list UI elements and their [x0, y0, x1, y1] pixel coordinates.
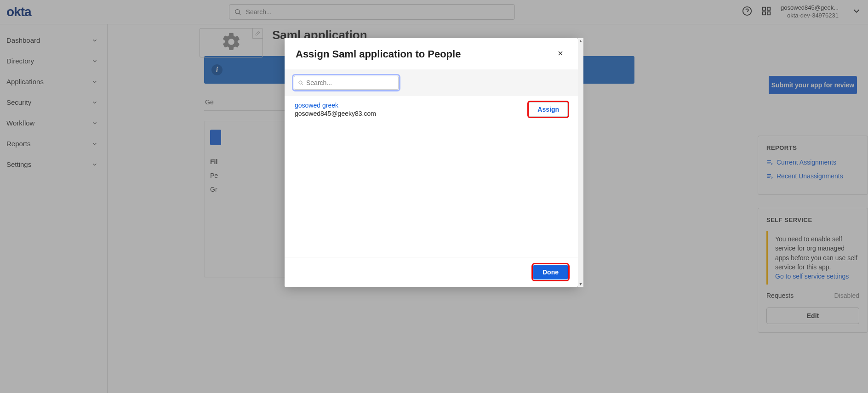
assign-button[interactable]: Assign	[529, 102, 568, 117]
assign-people-modal: Assign Saml application to People gosowe…	[285, 38, 578, 287]
search-icon	[298, 80, 303, 85]
modal-search[interactable]	[294, 76, 399, 90]
person-email: gosowed845@geeky83.com	[295, 110, 376, 117]
svg-point-16	[299, 81, 302, 84]
close-icon	[557, 50, 564, 57]
person-row: gosowed greek gosowed845@geeky83.com Ass…	[285, 96, 578, 123]
scroll-up-icon[interactable]: ▲	[578, 38, 583, 44]
close-button[interactable]	[557, 50, 564, 59]
modal-search-input[interactable]	[306, 79, 394, 86]
done-button[interactable]: Done	[533, 265, 568, 279]
modal-overlay: Assign Saml application to People gosowe…	[0, 0, 868, 393]
svg-line-17	[302, 84, 303, 85]
person-name-link[interactable]: gosowed greek	[295, 102, 376, 109]
modal-scrollbar[interactable]: ▲ ▼	[578, 38, 583, 287]
scroll-down-icon[interactable]: ▼	[578, 281, 583, 287]
modal-title: Assign Saml application to People	[296, 48, 461, 60]
